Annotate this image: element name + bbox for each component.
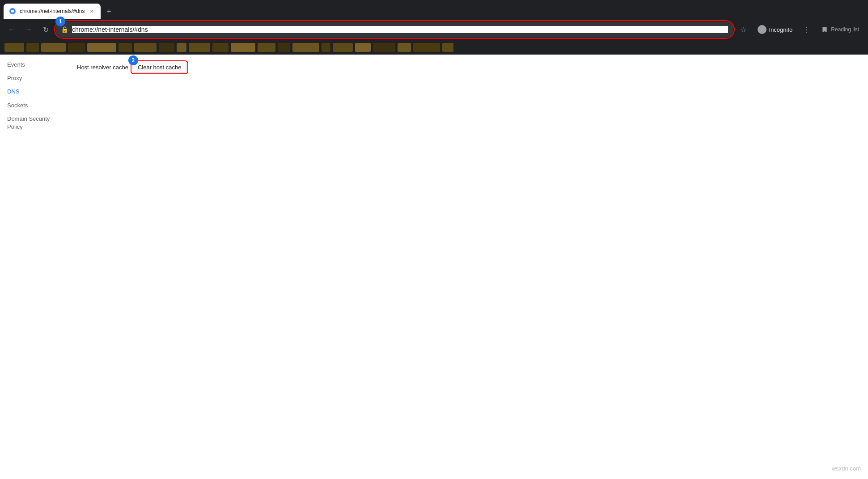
bookmark-item[interactable] — [333, 43, 353, 52]
watermark: wsxdn.com — [832, 465, 861, 472]
bookmark-item[interactable] — [41, 43, 66, 52]
bookmark-item[interactable] — [26, 43, 39, 52]
bookmark-item[interactable] — [231, 43, 255, 52]
bookmark-item[interactable] — [87, 43, 116, 52]
reading-list-label: Reading list — [831, 26, 859, 33]
toolbar: ← → ↻ 1 🔒 ☆ Incognito ⋮ Re — [0, 19, 868, 40]
bookmark-item[interactable] — [4, 43, 24, 52]
sidebar-item-domain-security-policy[interactable]: Domain Security Policy — [0, 112, 66, 134]
dns-section: Host resolver cache 2 Clear host cache — [77, 62, 857, 73]
address-bar-wrapper: 1 🔒 — [55, 21, 733, 38]
browser-chrome: chrome://net-internals/#dns ✕ + ← → ↻ 1 … — [0, 0, 868, 55]
incognito-label: Incognito — [769, 26, 793, 33]
tab-title: chrome://net-internals/#dns — [20, 8, 85, 14]
star-button[interactable]: ☆ — [736, 22, 750, 37]
sidebar: Events Proxy DNS Sockets Domain Security… — [0, 55, 66, 479]
annotation-badge-2: 2 — [128, 55, 138, 65]
bookmark-item[interactable] — [258, 43, 275, 52]
menu-button[interactable]: ⋮ — [800, 22, 814, 37]
main-area: Host resolver cache 2 Clear host cache — [66, 55, 868, 479]
bookmark-item[interactable] — [322, 43, 330, 52]
active-tab[interactable]: chrome://net-internals/#dns ✕ — [4, 4, 101, 19]
incognito-button[interactable]: Incognito — [753, 23, 797, 36]
bookmarks-bar — [0, 40, 868, 55]
bookmark-item[interactable] — [134, 43, 157, 52]
bookmark-item[interactable] — [68, 43, 85, 52]
svg-point-1 — [11, 10, 14, 13]
sidebar-item-proxy[interactable]: Proxy — [0, 72, 66, 85]
incognito-icon — [758, 25, 766, 34]
bookmark-item[interactable] — [212, 43, 229, 52]
lock-icon: 🔒 — [61, 26, 68, 33]
page-content: Events Proxy DNS Sockets Domain Security… — [0, 55, 868, 479]
bookmark-item[interactable] — [177, 43, 186, 52]
bookmark-item[interactable] — [373, 43, 395, 52]
forward-button[interactable]: → — [21, 22, 36, 37]
bookmark-item[interactable] — [292, 43, 319, 52]
reading-list-button[interactable]: Reading list — [817, 24, 864, 35]
sidebar-item-sockets[interactable]: Sockets — [0, 99, 66, 112]
sidebar-item-dns[interactable]: DNS — [0, 85, 66, 98]
bookmark-item[interactable] — [159, 43, 174, 52]
bookmark-item[interactable] — [442, 43, 453, 52]
annotation-badge-1: 1 — [55, 17, 65, 26]
tab-favicon — [9, 8, 16, 15]
sidebar-item-events[interactable]: Events — [0, 58, 66, 72]
reload-button[interactable]: ↻ — [38, 22, 53, 37]
back-button[interactable]: ← — [4, 22, 19, 37]
bookmark-item[interactable] — [355, 43, 371, 52]
bookmark-item[interactable] — [398, 43, 411, 52]
tab-bar: chrome://net-internals/#dns ✕ + — [0, 0, 868, 19]
bookmark-item[interactable] — [119, 43, 132, 52]
address-input[interactable] — [72, 26, 728, 33]
bookmark-item[interactable] — [189, 43, 210, 52]
address-bar-container[interactable]: 🔒 — [55, 21, 733, 38]
host-resolver-cache-label: Host resolver cache — [77, 64, 128, 71]
bookmark-item[interactable] — [278, 43, 290, 52]
clear-host-cache-button[interactable]: Clear host cache — [132, 62, 187, 73]
new-tab-button[interactable]: + — [102, 5, 115, 18]
tab-close-button[interactable]: ✕ — [88, 8, 95, 15]
bookmark-item[interactable] — [413, 43, 440, 52]
